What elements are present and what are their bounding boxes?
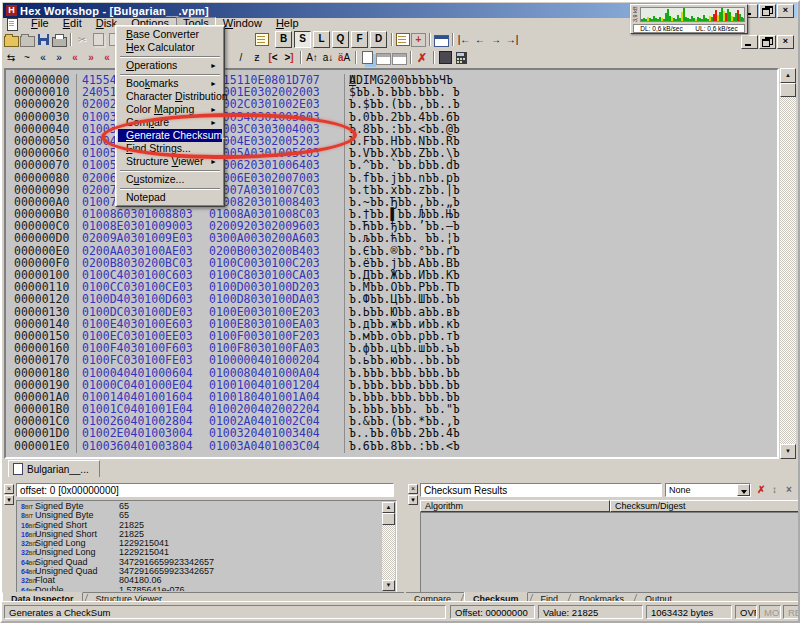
hex-bytes-right[interactable]: 0100620301006403 [209,159,320,171]
uppercase-icon[interactable]: A↑ [304,50,320,65]
hex-bytes-right[interactable]: 0100340301003603 [209,111,320,123]
menu-item-color-mapping[interactable]: Color Mapping► [118,103,222,116]
display-mode-button-l[interactable]: L [313,31,330,48]
character-dist-icon[interactable] [437,50,453,65]
hex-bytes-right[interactable]: 0100320401003404 [209,427,320,439]
hex-ascii[interactable]: Ъ..ЪЪ.0ЪЪ.2ЪЪ.4Ъ [349,427,460,439]
hex-row[interactable]: 000001300100DC030100DE030100E0030100E203… [6,306,777,318]
hex-bytes-left[interactable]: 01002E0401003004 [82,427,193,439]
hex-vertical-scrollbar[interactable]: ▲ ▼ [780,68,796,459]
calculator-icon[interactable] [453,50,469,65]
menu-item-bookmarks[interactable]: Bookmarks► [118,77,222,90]
scroll-thumb[interactable] [780,83,796,97]
slash-op-icon[interactable]: / [233,50,249,65]
inspector-scroll-down-icon[interactable]: ▼ [382,580,395,591]
save-button[interactable] [35,32,51,47]
block-end-icon[interactable]: >] [281,50,297,65]
shift-left-icon[interactable]: « [35,50,51,65]
hex-row[interactable]: 000001E0010036040100380401003A0401003C04… [6,440,777,452]
hex-bytes-right[interactable]: 0100000401000204 [209,354,320,366]
display-mode-button-s[interactable]: S [294,31,311,48]
hex-bytes-left[interactable]: 0100FC030100FE03 [82,354,193,366]
mdi-document-icon[interactable] [7,18,18,31]
checksum-algorithm-combo[interactable]: None [665,483,751,497]
hex-bytes-right[interactable]: 01003A0401003C04 [209,440,320,452]
inspector-scroll-up-icon[interactable]: ▲ [382,502,395,513]
hex-bytes-left[interactable]: 0100360401003804 [82,440,193,452]
hex-bytes-right[interactable]: 0100080401000A04 [209,367,320,379]
scroll-down-icon[interactable]: ▼ [780,444,796,459]
hex-ascii[interactable]: Ъ.$ЪЪ.(ЪЪ.,ЪЪ..Ъ [349,98,460,110]
block-start-icon[interactable]: [< [265,50,281,65]
hex-bytes-right[interactable]: 0100E0030100E203 [209,306,320,318]
clear-results-icon[interactable]: ✗ [757,485,765,495]
restore-button[interactable] [759,4,776,18]
window-layout-button[interactable] [433,32,449,47]
hex-ascii[interactable]: Ъ.ЄЪЪ.®ЪЪ.°ЪЪ.ґЪ [349,245,460,257]
menu-item-structure-viewer[interactable]: Structure Viewer► [118,155,222,168]
display-mode-button-b[interactable]: B [275,31,292,48]
scroll-up-icon[interactable]: ▲ [780,68,796,83]
inspector-list[interactable]: 8BITSigned Byte658BITUnsigned Byte6516BI… [16,500,397,593]
display-mode-button-d[interactable]: D [370,31,387,48]
hex-ascii[interactable]: Ъ.ЬЪЪ.ЮЪЪ.аЪЪ.вЪ [349,306,460,318]
menu-item-hex-calculator[interactable]: Hex Calculator [118,41,222,54]
panel-x-icon[interactable]: × [786,485,792,495]
cut-button[interactable]: ✂ [74,32,90,47]
hex-bytes-left[interactable]: 02009A0301009E03 [82,232,193,244]
hex-bytes-right[interactable]: 0300A0030200A603 [209,232,320,244]
panel-pin-icon[interactable]: ▾ [4,495,14,505]
lowercase-icon[interactable]: a↓ [320,50,336,65]
xor-op-icon[interactable]: ƶ [249,50,265,65]
checksum-icon[interactable]: ✗ [414,50,430,65]
copy-button[interactable] [90,32,106,47]
hex-row[interactable]: 000001200100D4030100D6030100D8030100DA03… [6,293,777,305]
hex-ascii[interactable]: Ъ.^ЪЪ.`ЪЪ.bЪЪ.dЪ [349,159,460,171]
menu-item-customize[interactable]: Customize... [118,173,222,186]
hex-bytes-right[interactable]: 0100D8030100DA03 [209,293,320,305]
hex-row[interactable]: 000001D001002E04010030040100320401003404… [6,427,777,439]
swap-bytes-icon[interactable]: ⇆ [3,50,19,65]
column-header-algorithm[interactable]: Algorithm [420,500,610,512]
hex-bytes-left[interactable]: 0100DC030100DE03 [82,306,193,318]
menu-item-generate-checksum[interactable]: Generate Checksum... [118,129,222,142]
hex-bytes-left[interactable]: 0200AA030100AE03 [82,245,193,257]
panel-pin-icon[interactable]: ▾ [408,495,418,505]
menubar-item-edit[interactable]: Edit [56,17,89,30]
display-mode-button-q[interactable]: Q [332,31,349,48]
back-button[interactable]: ← [472,32,488,47]
rotate-right-icon[interactable]: » [83,50,99,65]
case-convert-icon[interactable]: äA [336,50,352,65]
combo-dropdown-icon[interactable] [737,484,750,496]
document-tab[interactable]: Bulgarian__... [8,460,100,477]
insert-button[interactable]: + [411,33,426,47]
goto-first-button[interactable]: |← [456,32,472,47]
sync-window2-icon[interactable] [391,50,407,65]
close-button[interactable]: × [777,4,794,18]
menu-item-operations[interactable]: Operations► [118,59,222,72]
hex-bytes-right[interactable]: 0200B0030200B403 [209,245,320,257]
menu-item-find-strings[interactable]: Find Strings... [118,142,222,155]
goto-last-button[interactable]: →| [504,32,520,47]
hex-ascii[interactable]: Ъ.fЪЪ.jЪЪ.nЪЪ.pЪ [349,172,460,184]
hex-row[interactable]: 000000D002009A0301009E030300A0030200A603… [6,232,777,244]
refresh-icon[interactable]: ↕ [772,485,777,495]
goto-button[interactable] [254,32,270,47]
menu-item-compare[interactable]: Compare► [118,116,222,129]
network-meter-widget[interactable]: 3,9 kB DL: 0,6 kB/sec UL: 0,6 kB/sec [630,4,748,34]
hex-ascii[interactable]: Ъ.0ЪЪ.2ЪЪ.4ЪЪ.6Ъ [349,111,460,123]
hex-row[interactable]: 000000E00200AA030100AE030200B0030200B403… [6,245,777,257]
rotate-left-icon[interactable]: « [67,50,83,65]
status-flag-ovr[interactable]: OVR [735,605,757,619]
checksum-list[interactable] [420,512,800,593]
hex-ascii[interactable]: Ъ.ьЪЪ.юЪЪ..ЪЪ.ЪЪ [349,354,460,366]
hex-ascii[interactable]: Ъ.ФЪЪ.ЦЪЪ.ШЪЪ.ЪЪ [349,293,460,305]
inspector-scrollbar[interactable]: ▲ ▼ [382,502,395,591]
base-toggle-button[interactable] [395,32,411,47]
menubar-item-file[interactable]: File [24,17,56,30]
sync-window-icon[interactable] [375,50,391,65]
hex-ascii[interactable]: Ъ.љЪЪ.ћЪЪ. ЪЪ.¦Ъ [349,232,460,244]
hex-bytes-right[interactable]: 01006E0302007003 [209,172,320,184]
menu-item-notepad[interactable]: Notepad [118,191,222,204]
hex-row[interactable]: 0000018001000404010006040100080401000A04… [6,367,777,379]
